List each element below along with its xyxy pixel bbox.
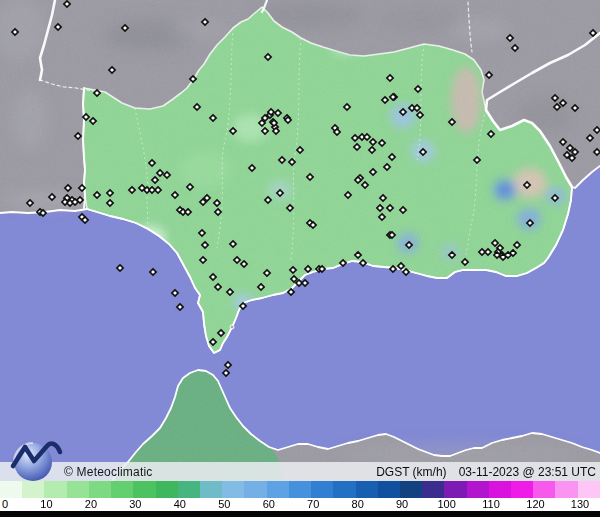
scale-color-block: [356, 481, 378, 498]
scale-tick-label: 130: [571, 498, 589, 511]
scale-color-block: [311, 481, 333, 498]
scale-tick-label: 110: [482, 498, 500, 511]
scale-color-block: [444, 481, 466, 498]
weather-map-app: © Meteoclimatic DGST (km/h)03-11-2023 @ …: [0, 0, 600, 517]
gibraltar-rock: [230, 325, 234, 329]
scale-color-block: [67, 481, 89, 498]
scale-color-block: [178, 481, 200, 498]
scale-tick-strip: 0102030405060708090100110120130: [0, 498, 600, 511]
legend-timestamp: 03-11-2023 @ 23:51 UTC: [459, 465, 596, 479]
scale-tick-label: 70: [307, 498, 319, 511]
scale-tick-label: 120: [526, 498, 544, 511]
color-scale-bar: [0, 481, 600, 498]
scale-color-block: [489, 481, 511, 498]
scale-color-block: [200, 481, 222, 498]
wind-gust-map: [0, 0, 600, 481]
scale-color-block: [400, 481, 422, 498]
scale-tick-label: 50: [218, 498, 230, 511]
scale-color-block: [333, 481, 355, 498]
scale-color-block: [289, 481, 311, 498]
scale-tick-label: 10: [40, 498, 52, 511]
scale-color-block: [244, 481, 266, 498]
scale-color-block: [111, 481, 133, 498]
scale-color-block: [267, 481, 289, 498]
scale-tick-label: 20: [85, 498, 97, 511]
scale-tick-label: 80: [352, 498, 364, 511]
scale-tick-label: 60: [263, 498, 275, 511]
scale-color-block: [44, 481, 66, 498]
scale-color-block: [555, 481, 577, 498]
scale-color-block: [222, 481, 244, 498]
scale-tick-label: 40: [174, 498, 186, 511]
legend-text: DGST (km/h)03-11-2023 @ 23:51 UTC: [376, 465, 596, 479]
scale-color-block: [378, 481, 400, 498]
legend-variable: DGST (km/h): [376, 465, 446, 479]
scale-tick-label: 100: [437, 498, 455, 511]
scale-color-block: [533, 481, 555, 498]
scale-color-block: [578, 481, 600, 498]
scale-color-block: [0, 481, 22, 498]
info-bar: © Meteoclimatic DGST (km/h)03-11-2023 @ …: [0, 462, 600, 481]
meteoclimatic-logo[interactable]: [2, 431, 72, 483]
scale-color-block: [22, 481, 44, 498]
scale-tick-label: 90: [396, 498, 408, 511]
scale-color-block: [156, 481, 178, 498]
scale-color-block: [89, 481, 111, 498]
scale-tick-label: 0: [2, 498, 8, 511]
scale-color-block: [511, 481, 533, 498]
scale-color-block: [467, 481, 489, 498]
scale-color-block: [422, 481, 444, 498]
scale-color-block: [133, 481, 155, 498]
attribution-text: © Meteoclimatic: [64, 465, 153, 479]
bottom-black-strip: [0, 511, 600, 517]
scale-tick-label: 30: [129, 498, 141, 511]
